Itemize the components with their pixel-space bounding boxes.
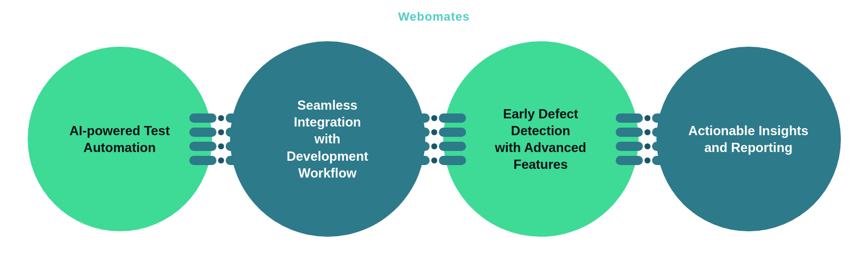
circle-ai-powered: AI-powered Test Automation <box>28 47 212 231</box>
circle-ai-powered-text: AI-powered Test Automation <box>28 106 212 172</box>
connector-dot <box>431 129 437 135</box>
connector-nub <box>616 113 643 123</box>
connector-2-row-4 <box>403 156 466 165</box>
circle-actionable: Actionable Insightsand Reporting <box>656 47 841 231</box>
connector-nub <box>616 142 643 151</box>
connector-nub <box>616 156 643 165</box>
circle-early-defect: Early DefectDetectionwith AdvancedFeatur… <box>443 41 639 237</box>
circle-actionable-text: Actionable Insightsand Reporting <box>672 106 825 172</box>
connector-3-row-4 <box>616 156 679 165</box>
connector-2-row-3 <box>403 142 466 151</box>
circle-seamless: SeamlessIntegrationwithDevelopmentWorkfl… <box>230 41 425 237</box>
connector-dot <box>431 115 437 121</box>
connector-3-row-3 <box>616 142 679 151</box>
chain-container: AI-powered Test Automation SeamlessInteg <box>28 41 841 237</box>
connector-nub <box>652 128 679 137</box>
connector-2 <box>403 113 466 165</box>
connector-dot <box>644 157 650 163</box>
connector-nub <box>439 128 466 137</box>
connector-1-row-3 <box>189 142 253 151</box>
connector-dot <box>644 143 650 149</box>
connector-nub <box>189 142 216 151</box>
connector-nub <box>226 128 253 137</box>
connector-1-row-4 <box>189 156 253 165</box>
circle-ai-powered-label: AI-powered Test Automation <box>69 123 170 155</box>
connector-nub <box>652 113 679 123</box>
connector-nub <box>226 142 253 151</box>
connector-dot <box>218 115 224 121</box>
connector-nub <box>403 156 430 165</box>
connector-dot <box>218 143 224 149</box>
connector-1-row-2 <box>189 128 253 137</box>
connector-dot <box>218 157 224 163</box>
watermark-text: Webomates <box>398 10 470 24</box>
connector-nub <box>439 142 466 151</box>
connector-dot <box>431 157 437 163</box>
connector-dot <box>431 143 437 149</box>
connector-nub <box>616 128 643 137</box>
connector-nub <box>189 128 216 137</box>
connector-3 <box>616 113 679 165</box>
connector-nub <box>403 142 430 151</box>
connector-nub <box>189 113 216 123</box>
circle-seamless-label: SeamlessIntegrationwithDevelopmentWorkfl… <box>286 98 368 180</box>
connector-nub <box>226 156 253 165</box>
connector-nub <box>439 113 466 123</box>
connector-3-row-2 <box>616 128 679 137</box>
connector-nub <box>403 128 430 137</box>
circle-seamless-text: SeamlessIntegrationwithDevelopmentWorkfl… <box>270 80 385 198</box>
circle-early-defect-label: Early DefectDetectionwith AdvancedFeatur… <box>495 106 586 172</box>
connector-3-row-1 <box>616 113 679 123</box>
connector-1 <box>189 113 253 165</box>
connector-nub <box>189 156 216 165</box>
connector-dot <box>644 129 650 135</box>
connector-1-row-1 <box>189 113 253 123</box>
connector-2-row-1 <box>403 113 466 123</box>
circle-early-defect-text: Early DefectDetectionwith AdvancedFeatur… <box>478 89 602 189</box>
connector-dot <box>644 115 650 121</box>
connector-2-row-2 <box>403 128 466 137</box>
connector-nub <box>226 113 253 123</box>
connector-nub <box>439 156 466 165</box>
connector-nub <box>403 113 430 123</box>
connector-nub <box>652 142 679 151</box>
connector-nub <box>652 156 679 165</box>
circle-actionable-label: Actionable Insightsand Reporting <box>688 123 808 155</box>
connector-dot <box>218 129 224 135</box>
